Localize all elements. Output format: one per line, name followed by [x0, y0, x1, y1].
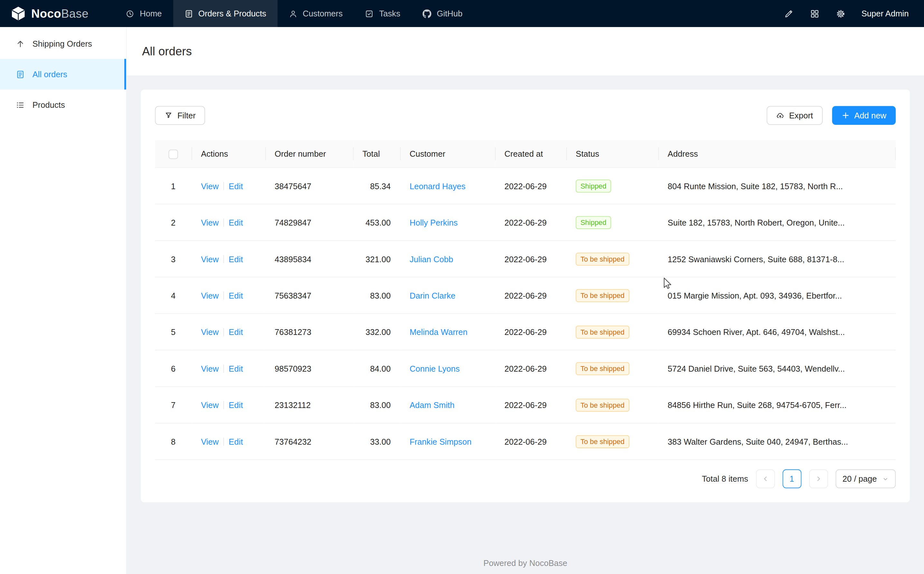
screen: NocoBase Home Orders & Products Customer… — [0, 0, 924, 574]
view-link[interactable]: View — [201, 327, 219, 337]
brand-bold: Noco — [31, 7, 61, 20]
edit-link[interactable]: Edit — [229, 181, 243, 191]
page-number-button[interactable]: 1 — [782, 470, 801, 489]
status-tag: To be shipped — [576, 362, 629, 375]
edit-link[interactable]: Edit — [229, 254, 243, 263]
nav-item-label: Home — [140, 9, 162, 18]
customer-link[interactable]: Connie Lyons — [409, 364, 460, 373]
settings-gear-icon[interactable] — [836, 9, 845, 19]
pagination: Total 8 items 1 20 / page — [155, 470, 896, 489]
brand-text: NocoBase — [31, 7, 88, 20]
col-header-actions: Actions — [191, 140, 265, 168]
customer-link[interactable]: Frankie Simpson — [409, 437, 471, 446]
sidebar-item-products[interactable]: Products — [0, 90, 126, 120]
nav-item-tasks[interactable]: Tasks — [354, 0, 411, 27]
pagination-total: Total 8 items — [702, 474, 748, 483]
next-page-button[interactable] — [809, 470, 828, 489]
order-total: 84.00 — [370, 364, 390, 373]
table-row: 3 ViewEdit 43895834 321.00 Julian Cobb 2… — [155, 241, 896, 277]
view-link[interactable]: View — [201, 218, 219, 227]
order-address: 84856 Hirthe Run, Suite 268, 94754-6705,… — [668, 400, 847, 410]
page-title: All orders — [142, 44, 192, 58]
row-index: 3 — [171, 254, 175, 263]
add-new-button[interactable]: Add new — [832, 106, 896, 125]
order-number: 23132112 — [275, 400, 311, 410]
content: Filter Export Add new — [127, 75, 924, 574]
apps-grid-icon[interactable] — [810, 9, 820, 19]
filter-button[interactable]: Filter — [155, 106, 205, 125]
customer-link[interactable]: Adam Smith — [409, 400, 455, 410]
customer-link[interactable]: Leonard Hayes — [409, 181, 466, 191]
order-total: 321.00 — [365, 254, 390, 263]
prev-page-button[interactable] — [756, 470, 775, 489]
order-total: 453.00 — [365, 218, 390, 227]
row-index: 4 — [171, 290, 175, 300]
order-number: 98570923 — [275, 364, 311, 373]
sidebar-item-all-orders[interactable]: All orders — [0, 59, 126, 90]
view-link[interactable]: View — [201, 181, 219, 191]
created-at: 2022-06-29 — [504, 327, 547, 337]
created-at: 2022-06-29 — [504, 218, 547, 227]
view-link[interactable]: View — [201, 254, 219, 263]
edit-link[interactable]: Edit — [229, 218, 243, 227]
sidebar-item-label: Products — [33, 100, 65, 109]
nav-right: Super Admin — [783, 9, 924, 19]
orders-icon — [184, 9, 193, 18]
row-actions: ViewEdit — [191, 350, 265, 386]
table-row: 7 ViewEdit 23132112 83.00 Adam Smith 202… — [155, 387, 896, 423]
view-link[interactable]: View — [201, 437, 219, 446]
row-actions: ViewEdit — [191, 314, 265, 350]
nav-item-orders-products[interactable]: Orders & Products — [173, 0, 277, 27]
nav-item-customers[interactable]: Customers — [278, 0, 354, 27]
edit-link[interactable]: Edit — [229, 327, 243, 337]
order-number: 43895834 — [275, 254, 311, 263]
select-all-checkbox[interactable] — [168, 149, 178, 159]
export-button[interactable]: Export — [766, 106, 822, 125]
main: All orders Filter Export — [127, 27, 924, 574]
edit-link[interactable]: Edit — [229, 437, 243, 446]
view-link[interactable]: View — [201, 400, 219, 410]
order-address: Suite 182, 15783, North Robert, Oregon, … — [668, 218, 845, 227]
orders-table: Actions Order number Total Customer Crea… — [155, 140, 896, 460]
table-row: 5 ViewEdit 76381273 332.00 Melinda Warre… — [155, 314, 896, 350]
row-actions: ViewEdit — [191, 204, 265, 240]
sidebar-item-label: Shipping Orders — [33, 39, 92, 48]
chevron-right-icon — [815, 475, 822, 482]
order-number: 74829847 — [275, 218, 311, 227]
action-divider-line — [223, 218, 224, 227]
customer-link[interactable]: Holly Perkins — [409, 218, 458, 227]
toolbar-right: Export Add new — [766, 106, 896, 125]
customer-link[interactable]: Julian Cobb — [409, 254, 453, 263]
highlighter-icon[interactable] — [783, 9, 794, 19]
view-link[interactable]: View — [201, 290, 219, 300]
view-link[interactable]: View — [201, 364, 219, 373]
brand[interactable]: NocoBase — [0, 6, 114, 21]
edit-link[interactable]: Edit — [229, 290, 243, 300]
list-icon — [16, 100, 24, 109]
chevron-left-icon — [762, 475, 769, 482]
edit-link[interactable]: Edit — [229, 364, 243, 373]
table-row: 8 ViewEdit 73764232 33.00 Frankie Simpso… — [155, 423, 896, 459]
table-row: 4 ViewEdit 75638347 83.00 Darin Clarke 2… — [155, 277, 896, 313]
customer-link[interactable]: Melinda Warren — [409, 327, 468, 337]
page-size-select[interactable]: 20 / page — [836, 470, 896, 489]
user-menu[interactable]: Super Admin — [862, 9, 909, 18]
row-actions: ViewEdit — [191, 168, 265, 204]
nav-item-github[interactable]: GitHub — [411, 0, 474, 27]
edit-link[interactable]: Edit — [229, 400, 243, 410]
customer-link[interactable]: Darin Clarke — [409, 290, 455, 300]
nav-item-label: GitHub — [437, 9, 463, 18]
sidebar: Shipping Orders All orders Products — [0, 27, 127, 574]
status-tag: Shipped — [576, 179, 611, 192]
tasks-icon — [365, 9, 374, 18]
status-tag: To be shipped — [576, 398, 629, 411]
status-tag: Shipped — [576, 216, 611, 229]
action-divider-line — [223, 182, 224, 190]
action-divider-line — [223, 291, 224, 300]
action-divider-line — [223, 437, 224, 446]
table-row: 1 ViewEdit 38475647 85.34 Leonard Hayes … — [155, 168, 896, 204]
sidebar-item-shipping-orders[interactable]: Shipping Orders — [0, 28, 126, 59]
nav-item-home[interactable]: Home — [114, 0, 173, 27]
status-tag: To be shipped — [576, 289, 629, 302]
order-number: 73764232 — [275, 437, 311, 446]
